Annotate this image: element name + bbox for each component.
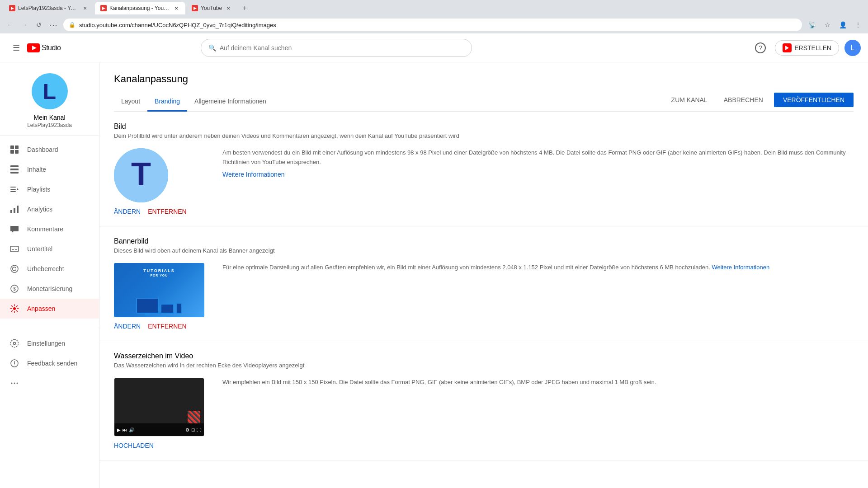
- playlists-icon: [9, 184, 20, 195]
- bild-entfernen-button[interactable]: ENTFERNEN: [148, 208, 187, 215]
- banner-entfernen-button[interactable]: ENTFERNEN: [148, 323, 187, 330]
- sidebar-item-urheberrecht[interactable]: Urheberrecht: [0, 259, 99, 279]
- bookmark-button[interactable]: ☆: [821, 19, 834, 31]
- forward-button[interactable]: →: [18, 19, 31, 31]
- banner-aendern-button[interactable]: ÄNDERN: [114, 323, 141, 330]
- bild-info-link[interactable]: Weitere Informationen: [222, 171, 284, 178]
- hamburger-button[interactable]: ☰: [7, 39, 25, 57]
- watermark-badge: [188, 411, 200, 423]
- url-bar[interactable]: 🔒 studio.youtube.com/channel/UCocN6zQPHQ…: [63, 19, 802, 31]
- wasserzeichen-info-text: Wir empfehlen ein Bild mit 150 x 150 Pix…: [222, 378, 854, 387]
- tab-bar: ▶ LetsPlay1923asda - You... ✕ ▶ Kanalanp…: [0, 0, 868, 16]
- abbrechen-link[interactable]: ABBRECHEN: [718, 93, 769, 107]
- channel-name: Mein Kanal: [33, 114, 65, 121]
- sidebar-item-untertitel[interactable]: Untertitel: [0, 239, 99, 259]
- page-header: Kanalanpassung Layout Branding Allgemein…: [99, 62, 868, 112]
- veroeffentlichen-button[interactable]: VERÖFFENTLICHEN: [774, 93, 854, 107]
- einstellungen-icon: [9, 338, 20, 349]
- reload-button[interactable]: ↺: [33, 19, 45, 31]
- browser-tab-2[interactable]: ▶ Kanalanpassung - YouTu... ✕: [95, 2, 185, 14]
- banner-inner: TUTORIALS FOR YOU: [114, 263, 204, 317]
- channel-info: L Mein Kanal LetsPlay1923asda: [0, 62, 99, 136]
- settings-player-button[interactable]: ⚙: [185, 427, 189, 432]
- svg-rect-6: [15, 150, 19, 154]
- bild-body: T ÄNDERN ENTFERNEN Am besten verwendest …: [114, 148, 854, 215]
- channel-avatar[interactable]: L: [32, 73, 68, 109]
- hamburger-icon: ☰: [13, 43, 20, 53]
- dashboard-icon: [9, 144, 20, 155]
- sidebar-item-kommentare[interactable]: Kommentare: [0, 219, 99, 239]
- device-monitor-icon: [136, 298, 159, 314]
- search-bar[interactable]: 🔍: [201, 39, 472, 57]
- svg-point-29: [17, 383, 18, 384]
- channel-handle: LetsPlay1923asda: [27, 122, 72, 128]
- bild-aendern-button[interactable]: ÄNDERN: [114, 208, 141, 215]
- svg-point-23: [13, 307, 16, 310]
- svg-point-28: [14, 383, 15, 384]
- svg-marker-2: [785, 46, 789, 50]
- miniplayer-button[interactable]: ⊡: [191, 427, 195, 432]
- nav-items: Dashboard Inhalte Playlists Analytics: [0, 136, 99, 322]
- volume-button[interactable]: 🔊: [129, 427, 134, 432]
- browser-tab-3[interactable]: ▶ YouTube ✕: [186, 2, 237, 14]
- sidebar-item-feedback[interactable]: Feedback senden: [0, 353, 99, 373]
- svg-rect-9: [10, 172, 19, 174]
- wasserzeichen-title: Wasserzeichen im Video: [114, 352, 854, 360]
- settings-button[interactable]: ⋮: [852, 19, 864, 31]
- play-button[interactable]: ▶: [117, 427, 121, 432]
- user-avatar[interactable]: L: [844, 40, 861, 56]
- sidebar-item-einstellungen[interactable]: Einstellungen: [0, 333, 99, 353]
- monetarisierung-label: Monetarisierung: [27, 285, 72, 292]
- anpassen-label: Anpassen: [27, 305, 55, 312]
- anpassen-icon: [9, 303, 20, 314]
- watermark-player-preview: ▶ ⏭ 🔊 ⚙ ⊡ ⛶: [114, 378, 204, 436]
- fullscreen-button[interactable]: ⛶: [197, 427, 201, 432]
- tab-branding-label: Branding: [155, 98, 180, 105]
- sidebar-item-dashboard[interactable]: Dashboard: [0, 140, 99, 160]
- bild-actions: ÄNDERN ENTFERNEN: [114, 208, 204, 215]
- browser-tab-1[interactable]: ▶ LetsPlay1923asda - You... ✕: [4, 2, 94, 14]
- svg-rect-17: [10, 246, 19, 252]
- zum-kanal-link[interactable]: ZUM KANAL: [666, 93, 713, 107]
- profile-button[interactable]: 👤: [836, 19, 849, 31]
- sidebar-item-monetarisierung[interactable]: $ Monetarisierung: [0, 279, 99, 299]
- tab-allgemeine[interactable]: Allgemeine Informationen: [187, 92, 274, 112]
- sidebar-item-inhalte[interactable]: Inhalte: [0, 160, 99, 179]
- extensions-button[interactable]: ⋯: [47, 19, 60, 31]
- hochladen-button[interactable]: HOCHLADEN: [114, 442, 154, 449]
- svg-point-26: [14, 365, 15, 366]
- tab1-close[interactable]: ✕: [81, 5, 89, 12]
- inhalte-icon: [9, 164, 20, 175]
- create-icon: [783, 43, 792, 52]
- feedback-icon: [9, 358, 20, 369]
- device-phone-icon: [176, 303, 182, 314]
- svg-marker-13: [17, 188, 19, 191]
- tab3-close[interactable]: ✕: [225, 5, 232, 12]
- tab3-favicon: ▶: [192, 5, 198, 11]
- tab1-favicon: ▶: [9, 5, 15, 11]
- sidebar-item-playlists[interactable]: Playlists: [0, 179, 99, 199]
- new-tab-button[interactable]: +: [238, 2, 251, 14]
- page-title: Kanalanpassung: [114, 73, 854, 85]
- search-input[interactable]: [220, 44, 464, 52]
- svg-point-27: [11, 383, 13, 384]
- tabs-bar: Layout Branding Allgemeine Informationen…: [114, 92, 854, 112]
- create-button[interactable]: ERSTELLEN: [775, 40, 839, 56]
- browser-actions: 📡 ☆ 👤 ⋮: [806, 19, 864, 31]
- sidebar-item-anpassen[interactable]: Anpassen: [0, 299, 99, 319]
- skip-button[interactable]: ⏭: [123, 427, 127, 432]
- back-button[interactable]: ←: [4, 19, 16, 31]
- tab-layout[interactable]: Layout: [114, 92, 147, 112]
- player-controls: ▶ ⏭ 🔊 ⚙ ⊡ ⛶: [114, 423, 204, 436]
- sidebar-item-more[interactable]: [0, 373, 99, 393]
- cast-button[interactable]: 📡: [806, 19, 818, 31]
- banner-section: Bannerbild Dieses Bild wird oben auf dei…: [99, 226, 868, 341]
- sidebar-item-analytics[interactable]: Analytics: [0, 199, 99, 219]
- tab2-close[interactable]: ✕: [173, 5, 180, 12]
- playlists-label: Playlists: [27, 186, 50, 193]
- tab-branding[interactable]: Branding: [147, 92, 187, 112]
- app-container: ☰ Studio 🔍 ? ERSTELLEN L: [0, 33, 868, 488]
- help-button[interactable]: ?: [751, 39, 769, 57]
- banner-image-preview: TUTORIALS FOR YOU: [114, 263, 204, 317]
- banner-info-link[interactable]: Weitere Informationen: [712, 264, 770, 271]
